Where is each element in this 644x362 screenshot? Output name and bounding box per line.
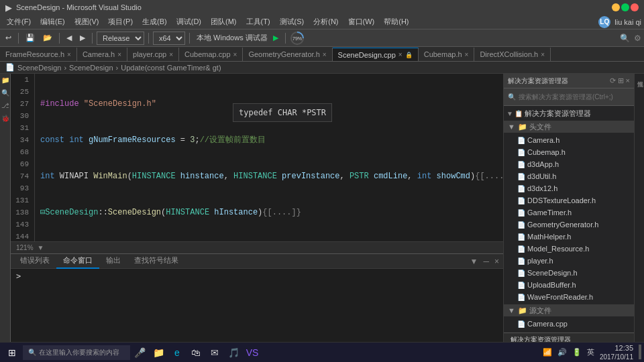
tb-open[interactable]: 📂 xyxy=(40,32,55,44)
panel-content[interactable]: > xyxy=(11,269,503,347)
se-filter-icon[interactable]: ⊞ xyxy=(618,76,624,85)
se-search-bar[interactable]: 🔍 xyxy=(504,88,634,106)
tab-geometry[interactable]: GeometryGenerator.h × xyxy=(243,48,332,61)
panel-min-btn[interactable]: ─ xyxy=(482,257,490,266)
panel-tab-errors[interactable]: 错误列表 xyxy=(13,254,56,269)
code-editor[interactable]: 1 25 27 30 31 34 68 69 74 93 131 138 143… xyxy=(11,74,503,241)
taskbar-edge[interactable]: e xyxy=(169,345,185,361)
menu-team[interactable]: 团队(M) xyxy=(207,15,241,28)
tree-item-ddstex-h[interactable]: 📄 DDSTextureLoader.h xyxy=(504,194,634,206)
taskbar-file-explorer[interactable]: 📁 xyxy=(150,345,166,361)
menu-help[interactable]: 帮助(H) xyxy=(380,15,413,28)
panel-tab-output[interactable]: 输出 xyxy=(99,254,127,269)
tree-item-uploadbuf-h[interactable]: 📄 UploadBuffer.h xyxy=(504,279,634,291)
breadcrumb-root[interactable]: SceneDesign xyxy=(17,64,61,72)
tb-undo[interactable]: ↩ xyxy=(3,32,14,44)
tree-section-sources[interactable]: ▼ 📁 源文件 xyxy=(504,304,634,316)
taskbar-vs[interactable]: VS xyxy=(244,345,260,361)
minimize-btn[interactable] xyxy=(612,3,620,11)
props-title[interactable]: 属性 xyxy=(635,74,644,79)
tree-section-headers[interactable]: ▼ 📁 头文件 xyxy=(504,121,634,133)
tree-item-gametimer-h[interactable]: 📄 GameTimer.h xyxy=(504,206,634,219)
zoom-level[interactable]: 121% xyxy=(16,244,34,251)
panel-close-btn[interactable]: × xyxy=(493,257,500,266)
tree-item-wavefront-h[interactable]: 📄 WaveFrontReader.h xyxy=(504,291,634,303)
taskbar-mail[interactable]: ✉ xyxy=(207,345,223,361)
se-search-input[interactable] xyxy=(519,93,630,101)
tab-frameresourch[interactable]: FrameResource.h × xyxy=(0,48,77,61)
tab-close-icon[interactable]: × xyxy=(67,51,71,58)
tab-cubemap-cpp[interactable]: Cubemap.cpp × xyxy=(179,48,243,61)
git-icon[interactable]: ⎇ xyxy=(1,102,9,109)
taskbar-search[interactable]: 🔍 在这里输入你要搜索的内容 xyxy=(23,345,130,360)
breadcrumb-item1[interactable]: SceneDesign xyxy=(69,64,113,72)
tab-lock-icon: 🔒 xyxy=(405,52,413,58)
tree-item-d3dx12-h[interactable]: 📄 d3dx12.h xyxy=(504,182,634,194)
menu-file[interactable]: 文件(F) xyxy=(3,15,35,28)
maximize-btn[interactable] xyxy=(621,3,629,11)
tb-forward[interactable]: ▶ xyxy=(77,32,88,44)
taskbar-music[interactable]: 🎵 xyxy=(225,345,241,361)
taskbar-cortana[interactable]: 🎤 xyxy=(131,345,148,361)
panel-tab-command[interactable]: 命令窗口 xyxy=(56,254,99,269)
tb-sep1 xyxy=(18,33,19,44)
tab-close-icon[interactable]: × xyxy=(398,51,402,58)
code-content[interactable]: #include "SceneDesign.h" const int gNumF… xyxy=(35,74,503,241)
menu-tools[interactable]: 工具(T) xyxy=(242,15,274,28)
tb-run-btn[interactable]: ▶ xyxy=(270,32,281,44)
tb-back[interactable]: ◀ xyxy=(64,32,74,44)
menu-window[interactable]: 窗口(W) xyxy=(344,15,379,28)
tab-label: SceneDesign.cpp xyxy=(338,51,396,59)
tree-item-d3dutil-h[interactable]: 📄 d3dUtil.h xyxy=(504,170,634,182)
close-btn[interactable] xyxy=(631,3,639,11)
tree-item-camera-h[interactable]: 📄 Camera.h xyxy=(504,134,634,146)
config-dropdown[interactable]: Release Debug xyxy=(97,32,144,45)
search-icon[interactable]: 🔍 xyxy=(1,89,9,97)
tree-item-scenedesign-h[interactable]: 📄 SceneDesign.h xyxy=(504,267,634,279)
menu-analyze[interactable]: 分析(N) xyxy=(309,15,342,28)
tree-item-camera-cpp[interactable]: 📄 Camera.cpp xyxy=(504,318,634,330)
menu-build[interactable]: 生成(B) xyxy=(138,15,171,28)
tab-close-icon[interactable]: × xyxy=(169,51,173,58)
tree-view: ▼ 📋 解决方案资源管理器 ▼ 📁 头文件 📄 Camera.h xyxy=(504,106,634,333)
panel-float-btn[interactable]: ▼ xyxy=(469,257,480,266)
tab-camera[interactable]: Camera.h × xyxy=(77,48,127,61)
platform-dropdown[interactable]: x64 x86 xyxy=(153,32,185,45)
tree-item-d3dapp-h[interactable]: 📄 d3dApp.h xyxy=(504,158,634,170)
tab-close-icon[interactable]: × xyxy=(117,51,121,58)
settings-tb-icon[interactable]: ⚙ xyxy=(634,34,641,43)
tab-close-icon[interactable]: × xyxy=(541,51,545,58)
tree-item-geomgen-h[interactable]: 📄 GeometryGenerator.h xyxy=(504,219,634,231)
menu-debug[interactable]: 调试(D) xyxy=(172,15,205,28)
tab-cubemap-h[interactable]: Cubemap.h × xyxy=(419,48,475,61)
menu-view[interactable]: 视图(V) xyxy=(70,15,103,28)
tab-close-icon[interactable]: × xyxy=(233,51,237,58)
menu-edit[interactable]: 编辑(E) xyxy=(36,15,69,28)
panel-tab-find[interactable]: 查找符号结果 xyxy=(127,254,185,269)
taskbar-lang[interactable]: 英 xyxy=(587,347,594,357)
tree-item-mathhelper-h[interactable]: 📄 MathHelper.h xyxy=(504,231,634,243)
tab-close-icon[interactable]: × xyxy=(323,51,327,58)
tree-item-modelres-h[interactable]: 📄 Model_Resource.h xyxy=(504,243,634,255)
explorer-icon[interactable]: 📁 xyxy=(1,76,9,84)
menu-test[interactable]: 测试(S) xyxy=(276,15,309,28)
tree-item-cubemap-h[interactable]: 📄 Cubemap.h xyxy=(504,146,634,158)
app-icon: ▶ xyxy=(5,3,12,13)
tab-directx[interactable]: DirectXCollision.h × xyxy=(474,48,551,61)
menu-project[interactable]: 项目(P) xyxy=(104,15,137,28)
taskbar-store[interactable]: 🛍 xyxy=(188,345,204,361)
tree-item-player-h[interactable]: 📄 player.h xyxy=(504,255,634,267)
se-sync-icon[interactable]: ⟳ xyxy=(610,76,616,85)
tree-solution-root[interactable]: ▼ 📋 解决方案资源管理器 xyxy=(504,107,634,119)
show-desktop-btn[interactable] xyxy=(639,345,641,359)
breadcrumb-item2[interactable]: Update(const GameTimer& gt) xyxy=(121,64,221,72)
tab-scenedesign[interactable]: SceneDesign.cpp × 🔒 xyxy=(333,48,419,61)
tab-close-icon[interactable]: × xyxy=(465,51,469,58)
start-button[interactable]: ⊞ xyxy=(3,343,21,362)
se-close-icon[interactable]: × xyxy=(626,76,630,85)
search-tb-icon[interactable]: 🔍 xyxy=(620,34,630,43)
debug-icon[interactable]: 🐞 xyxy=(1,115,9,122)
tab-player[interactable]: player.cpp × xyxy=(127,48,179,61)
tb-save[interactable]: 💾 xyxy=(23,32,38,44)
taskbar-clock[interactable]: 12:35 2017/10/11 xyxy=(600,343,633,361)
